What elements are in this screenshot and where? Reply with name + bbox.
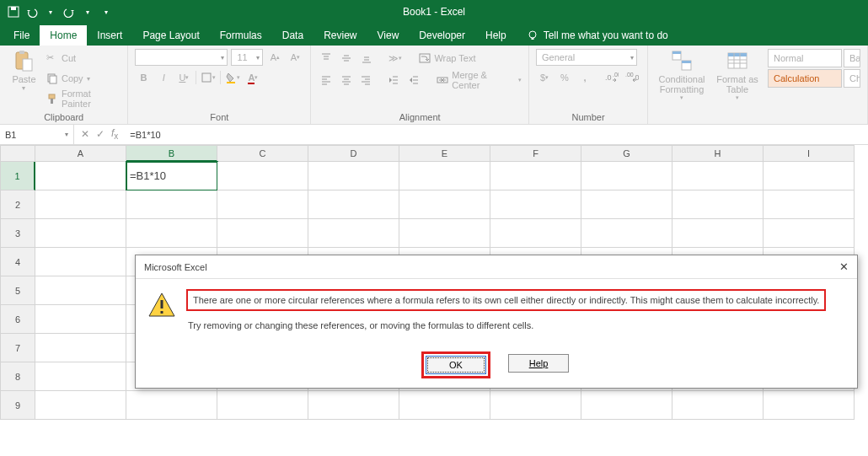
fx-icon[interactable]: fx (111, 127, 118, 141)
cell-B2[interactable] (126, 190, 217, 219)
cell-H9[interactable] (672, 391, 764, 420)
cell-G2[interactable] (581, 190, 672, 219)
cell-D1[interactable] (308, 162, 399, 190)
row-header-1[interactable]: 1 (0, 162, 35, 190)
fill-color-button[interactable]: ▾ (224, 69, 241, 86)
style-check[interactable]: Ch (844, 69, 860, 88)
row-header-3[interactable]: 3 (0, 219, 35, 248)
cell-H3[interactable] (672, 219, 764, 248)
underline-button[interactable]: U ▾ (175, 69, 192, 86)
cell-D2[interactable] (308, 190, 399, 219)
cell-G1[interactable] (581, 162, 672, 190)
format-as-table-button[interactable]: Format as Table▾ (714, 49, 761, 101)
cell-E9[interactable] (399, 391, 490, 420)
bold-button[interactable]: B (135, 69, 152, 86)
decrease-decimal-icon[interactable]: .00.0 (624, 69, 640, 86)
cell-A9[interactable] (35, 391, 126, 420)
cancel-formula-icon[interactable]: ✕ (81, 128, 89, 140)
cell-A2[interactable] (35, 190, 126, 219)
borders-button[interactable]: ▾ (200, 69, 217, 86)
cell-B3[interactable] (126, 219, 217, 248)
format-painter-button[interactable]: Format Painter (46, 89, 121, 108)
decrease-font-icon[interactable]: A▾ (287, 49, 303, 66)
col-header-b[interactable]: B (126, 145, 217, 162)
align-bottom-icon[interactable] (358, 50, 375, 67)
comma-format-icon[interactable]: , (576, 69, 593, 86)
increase-decimal-icon[interactable]: .0.00 (603, 69, 620, 86)
cell-I1[interactable] (764, 162, 855, 190)
percent-format-icon[interactable]: % (556, 69, 573, 86)
col-header-d[interactable]: D (308, 145, 399, 162)
cell-A4[interactable] (35, 248, 126, 276)
increase-font-icon[interactable]: A▴ (266, 49, 283, 66)
col-header-e[interactable]: E (399, 145, 490, 162)
help-button[interactable]: Help (508, 354, 569, 373)
decrease-indent-icon[interactable] (386, 72, 402, 89)
row-header-8[interactable]: 8 (0, 362, 35, 391)
row-header-6[interactable]: 6 (0, 305, 35, 334)
ok-button[interactable]: OK (426, 356, 486, 374)
redo-icon[interactable] (62, 5, 76, 19)
tab-review[interactable]: Review (313, 25, 367, 46)
col-header-a[interactable]: A (35, 145, 126, 162)
font-size-combo[interactable]: 11 (231, 49, 263, 66)
cell-E1[interactable] (399, 162, 490, 190)
cell-I3[interactable] (764, 219, 855, 248)
align-center-icon[interactable] (338, 72, 354, 89)
cell-A7[interactable] (35, 334, 126, 362)
cell-G3[interactable] (581, 219, 672, 248)
col-header-c[interactable]: C (217, 145, 308, 162)
orientation-icon[interactable]: ≫▾ (387, 50, 404, 67)
col-header-h[interactable]: H (672, 145, 764, 162)
cell-A1[interactable] (35, 162, 126, 190)
row-header-2[interactable]: 2 (0, 190, 35, 219)
tab-developer[interactable]: Developer (409, 25, 475, 46)
cut-button[interactable]: ✂ Cut (46, 49, 121, 67)
cell-B1[interactable]: =B1*10 (126, 162, 217, 190)
cell-H2[interactable] (672, 190, 764, 219)
select-all-corner[interactable] (0, 145, 35, 162)
cell-D3[interactable] (308, 219, 399, 248)
tab-data[interactable]: Data (272, 25, 313, 46)
cell-F1[interactable] (490, 162, 581, 190)
cell-F3[interactable] (490, 219, 581, 248)
cell-C3[interactable] (217, 219, 308, 248)
cell-D9[interactable] (308, 391, 399, 420)
col-header-g[interactable]: G (581, 145, 672, 162)
formula-input[interactable]: =B1*10 (125, 130, 868, 140)
cell-A8[interactable] (35, 362, 126, 391)
cell-A3[interactable] (35, 219, 126, 248)
cell-E3[interactable] (399, 219, 490, 248)
align-right-icon[interactable] (357, 72, 373, 89)
paste-button[interactable]: Paste ▾ (7, 49, 41, 92)
qat-dropdown-icon[interactable]: ▾ (44, 5, 57, 19)
style-calculation[interactable]: Calculation (768, 69, 842, 88)
cell-B9[interactable] (126, 391, 217, 420)
conditional-formatting-button[interactable]: Conditional Formatting▾ (655, 49, 709, 101)
tab-formulas[interactable]: Formulas (210, 25, 272, 46)
row-header-5[interactable]: 5 (0, 276, 35, 305)
cell-C9[interactable] (217, 391, 308, 420)
cell-A6[interactable] (35, 305, 126, 334)
italic-button[interactable]: I (155, 69, 172, 86)
enter-formula-icon[interactable]: ✓ (96, 128, 104, 140)
align-left-icon[interactable] (318, 72, 334, 89)
style-bad[interactable]: Ba (844, 49, 860, 67)
wrap-text-button[interactable]: Wrap Text (419, 49, 475, 67)
number-format-combo[interactable]: General (536, 49, 637, 66)
undo-icon[interactable] (25, 5, 39, 19)
name-box[interactable]: B1 (0, 125, 74, 144)
row-header-7[interactable]: 7 (0, 334, 35, 362)
cell-C1[interactable] (217, 162, 308, 190)
qat-customize-icon[interactable]: ▾ (99, 5, 113, 19)
cell-A5[interactable] (35, 276, 126, 305)
cell-I9[interactable] (764, 391, 855, 420)
col-header-i[interactable]: I (764, 145, 855, 162)
cell-C2[interactable] (217, 190, 308, 219)
copy-button[interactable]: Copy ▾ (46, 69, 121, 88)
save-icon[interactable] (7, 5, 20, 19)
cell-I2[interactable] (764, 190, 855, 219)
font-color-button[interactable]: A▾ (244, 69, 261, 86)
font-name-combo[interactable] (135, 49, 228, 66)
tab-view[interactable]: View (367, 25, 410, 46)
